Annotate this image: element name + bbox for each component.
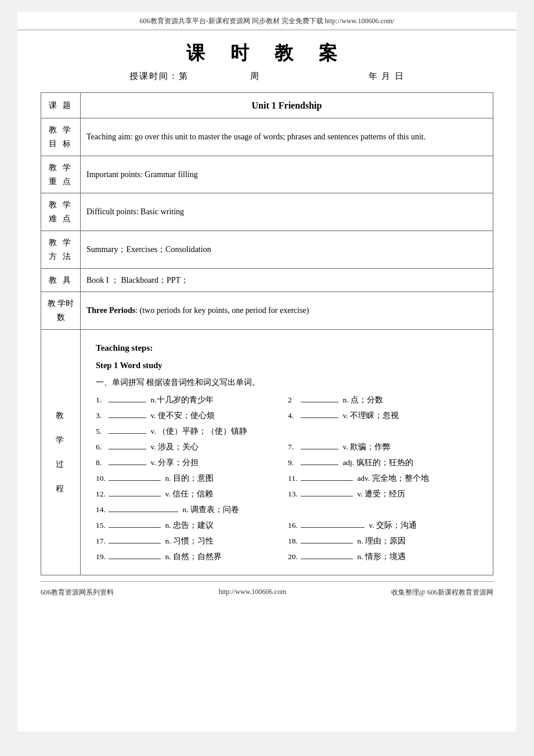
- table-row-key: 教 学重 点 Important points: Grammar filling: [41, 156, 493, 193]
- vocab-item-3: 3. v. 使不安；使心烦: [96, 408, 286, 423]
- vocab-row-5: 8. v. 分享；分担 9. adj. 疯狂的；狂热的: [96, 455, 478, 470]
- difficult-text: Difficult points: Basic writing: [86, 207, 184, 216]
- vocab-row-2: 3. v. 使不安；使心烦 4. v. 不理睬；忽视: [96, 408, 478, 423]
- content-difficult: Difficult points: Basic writing: [81, 193, 493, 231]
- top-bar: 606教育资源共享平台-新课程资源网 同步教材 完全免费下载 http://ww…: [17, 12, 517, 30]
- vocab-row-11: 19. n. 自然；自然界 20. n. 情形；境遇: [96, 549, 478, 564]
- vocab-item-8: 8. v. 分享；分担: [96, 455, 286, 470]
- label-subject: 课 题: [41, 93, 81, 118]
- vocab-item-7: 7. v. 欺骗；作弊: [288, 439, 478, 455]
- label-periods: 教 学时数: [41, 292, 81, 330]
- table-row-aim: 教 学目 标 Teaching aim: go over this unit t…: [41, 118, 493, 156]
- vocab-row-8: 14. n. 调查表；问卷: [96, 502, 478, 517]
- content-method: Summary；Exercises；Consolidation: [81, 231, 493, 268]
- step-title: Step 1 Word study: [96, 358, 478, 373]
- periods-bold: Three Periods: [86, 306, 135, 315]
- vocab-intro: 一、单词拼写 根据读音词性和词义写出单词。: [96, 376, 478, 390]
- subtitle-right: 年 月 日: [369, 71, 405, 81]
- vocab-item-12: 12. v. 信任；信赖: [96, 486, 286, 502]
- table-row-difficult: 教 学难 点 Difficult points: Basic writing: [41, 193, 493, 231]
- vocab-row-1: 1. n.十几岁的青少年 2 n. 点；分数: [96, 392, 478, 408]
- main-table: 课 题 Unit 1 Friendship 教 学目 标 Teaching ai…: [41, 92, 493, 575]
- content-key: Important points: Grammar filling: [81, 156, 493, 193]
- label-process: 教学过程: [41, 329, 81, 575]
- label-difficult: 教 学难 点: [41, 193, 81, 231]
- vocab-item-1: 1. n.十几岁的青少年: [96, 392, 286, 408]
- periods-rest: : (two periods for key points, one perio…: [135, 306, 309, 315]
- bottom-left: 606教育资源网系列资料: [41, 588, 114, 597]
- top-bar-text: 606教育资源共享平台-新课程资源网 同步教材 完全免费下载 http://ww…: [140, 17, 395, 25]
- vocab-row-6: 10. n. 目的；意图 11. adv. 完全地；整个地: [96, 470, 478, 486]
- vocab-item-14: 14. n. 调查表；问卷: [96, 502, 478, 517]
- aim-text: Teaching aim: go over this unit to maste…: [86, 132, 425, 141]
- vocab-item-9: 9. adj. 疯狂的；狂热的: [288, 455, 478, 470]
- content-periods: Three Periods: (two periods for key poin…: [81, 292, 493, 330]
- vocab-item-11: 11. adv. 完全地；整个地: [288, 470, 478, 486]
- vocab-row-3: 5. v. （使）平静；（使）镇静: [96, 423, 478, 439]
- vocab-item-18: 18. n. 理由；原因: [288, 533, 478, 549]
- label-key: 教 学重 点: [41, 156, 81, 193]
- key-text: Important points: Grammar filling: [86, 170, 198, 179]
- bottom-right: 收集整理@ 606新课程教育资源网: [391, 588, 493, 597]
- subtitle-middle: 周: [250, 71, 260, 81]
- vocab-row-10: 17. n. 习惯；习性 18. n. 理由；原因: [96, 533, 478, 549]
- vocab-item-10: 10. n. 目的；意图: [96, 470, 286, 486]
- content-tools: Book I ； Blackboard；PPT；: [81, 268, 493, 292]
- unit-title: Unit 1 Friendship: [86, 98, 487, 113]
- vocab-row-9: 15. n. 忠告；建议 16. v. 交际；沟通: [96, 517, 478, 533]
- label-method: 教 学方 法: [41, 231, 81, 268]
- vocab-item-15: 15. n. 忠告；建议: [96, 517, 286, 533]
- vocab-item-2: 2 n. 点；分数: [288, 392, 478, 408]
- table-row-process: 教学过程 Teaching steps: Step 1 Word study 一…: [41, 329, 493, 575]
- subtitle: 授课时间：第 周 年 月 日: [17, 71, 517, 82]
- section-title: Teaching steps:: [96, 340, 478, 357]
- table-row-subject: 课 题 Unit 1 Friendship: [41, 93, 493, 118]
- subtitle-left: 授课时间：第: [129, 71, 189, 81]
- vocab-item-6: 6. v. 涉及；关心: [96, 439, 286, 455]
- vocab-item-4: 4. v. 不理睬；忽视: [288, 408, 478, 423]
- table-row-method: 教 学方 法 Summary；Exercises；Consolidation: [41, 231, 493, 268]
- vocab-item-16: 16. v. 交际；沟通: [288, 517, 478, 533]
- tools-text: Book I ； Blackboard；PPT；: [86, 276, 189, 285]
- bottom-middle: http://www.100606.com: [219, 588, 287, 597]
- table-row-tools: 教 具 Book I ； Blackboard；PPT；: [41, 268, 493, 292]
- content-subject: Unit 1 Friendship: [81, 93, 493, 118]
- content-aim: Teaching aim: go over this unit to maste…: [81, 118, 493, 156]
- vocab-item-20: 20. n. 情形；境遇: [288, 549, 478, 564]
- label-aim: 教 学目 标: [41, 118, 81, 156]
- vocab-row-7: 12. v. 信任；信赖 13. v. 遭受；经历: [96, 486, 478, 502]
- vocab-item-5: 5. v. （使）平静；（使）镇静: [96, 423, 478, 439]
- vocab-item-13: 13. v. 遭受；经历: [288, 486, 478, 502]
- main-title: 课 时 教 案: [17, 41, 517, 66]
- vocab-item-17: 17. n. 习惯；习性: [96, 533, 286, 549]
- method-text: Summary；Exercises；Consolidation: [86, 245, 211, 254]
- label-tools: 教 具: [41, 268, 81, 292]
- content-process: Teaching steps: Step 1 Word study 一、单词拼写…: [81, 329, 493, 575]
- table-row-periods: 教 学时数 Three Periods: (two periods for ke…: [41, 292, 493, 330]
- vocab-item-19: 19. n. 自然；自然界: [96, 549, 286, 564]
- vocab-row-4: 6. v. 涉及；关心 7. v. 欺骗；作弊: [96, 439, 478, 455]
- bottom-bar: 606教育资源网系列资料 http://www.100606.com 收集整理@…: [41, 581, 493, 602]
